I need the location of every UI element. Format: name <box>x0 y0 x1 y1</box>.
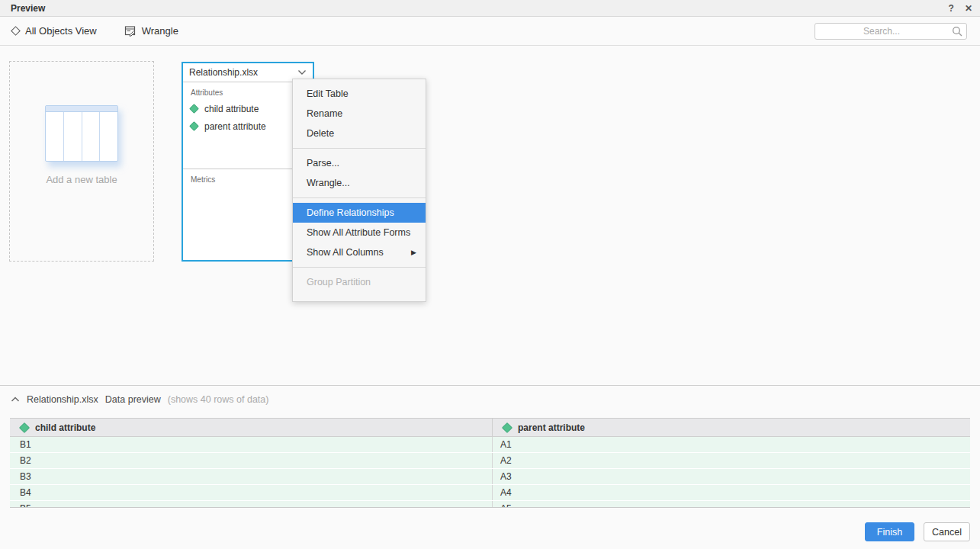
table-row: B2A2 <box>10 453 970 469</box>
menu-item-label: Parse... <box>307 158 339 169</box>
window-title: Preview <box>11 3 45 14</box>
attribute-label: child attribute <box>204 104 259 114</box>
menu-group: Edit TableRenameDelete <box>293 79 426 148</box>
search-icon[interactable] <box>948 26 966 37</box>
column-header-child-attribute[interactable]: child attribute <box>10 419 493 436</box>
table-cell: B2 <box>10 453 493 468</box>
data-preview-header: Relationship.xlsx Data preview (shows 40… <box>11 394 268 405</box>
table-icon <box>45 105 118 162</box>
preview-rows-note: (shows 40 rows of data) <box>168 394 269 405</box>
table-cell: A2 <box>493 453 970 468</box>
cancel-button[interactable]: Cancel <box>924 522 970 541</box>
diamond-outline-icon <box>11 26 21 36</box>
canvas: Add a new table Relationship.xlsx Attrib… <box>0 46 980 385</box>
attribute-label: parent attribute <box>204 121 266 132</box>
add-table-dropzone[interactable]: Add a new table <box>9 61 154 262</box>
table-context-menu: Edit TableRenameDeleteParse...Wrangle...… <box>292 79 426 302</box>
data-table-body: B1A1B2A2B3A3B4A4B5A5 <box>10 437 970 508</box>
column-header-label: child attribute <box>35 422 95 433</box>
attribute-icon <box>189 104 199 114</box>
table-row: B1A1 <box>10 437 970 453</box>
data-preview-panel: Relationship.xlsx Data preview (shows 40… <box>0 386 980 549</box>
menu-item-rename[interactable]: Rename <box>293 104 426 124</box>
table-row: B4A4 <box>10 485 970 501</box>
menu-group: Parse...Wrangle... <box>293 148 426 197</box>
menu-item-delete[interactable]: Delete <box>293 124 426 143</box>
menu-item-label: Group Partition <box>307 277 371 287</box>
search-box <box>815 23 967 40</box>
table-card-title: Relationship.xlsx <box>189 67 258 78</box>
wrangle-label: Wrangle <box>142 25 178 37</box>
menu-item-label: Wrangle... <box>307 178 350 188</box>
menu-item-label: Edit Table <box>307 88 349 99</box>
attribute-icon <box>189 121 199 131</box>
menu-item-label: Show All Attribute Forms <box>307 227 410 238</box>
all-objects-view-label: All Objects View <box>25 25 97 37</box>
search-input[interactable] <box>815 24 948 39</box>
data-table-header-row: child attributeparent attribute <box>10 419 970 437</box>
menu-item-wrangle[interactable]: Wrangle... <box>293 173 426 193</box>
menu-item-label: Delete <box>307 128 334 139</box>
menu-group: Define RelationshipsShow All Attribute F… <box>293 197 426 267</box>
all-objects-view-button[interactable]: All Objects View <box>12 25 97 37</box>
table-row: B3A3 <box>10 469 970 485</box>
menu-item-label: Define Relationships <box>307 207 394 218</box>
toolbar: All Objects View Wrangle <box>0 17 980 46</box>
menu-item-group-partition: Group Partition <box>293 272 426 292</box>
chevron-up-icon <box>11 396 20 403</box>
add-table-label: Add a new table <box>46 174 117 185</box>
column-header-label: parent attribute <box>518 422 585 433</box>
data-preview-table: child attributeparent attribute B1A1B2A2… <box>10 418 970 508</box>
menu-item-label: Show All Columns <box>307 247 384 258</box>
submenu-arrow-icon: ▶ <box>411 242 416 262</box>
menu-item-edit-table[interactable]: Edit Table <box>293 84 426 104</box>
table-cell: B1 <box>10 437 493 452</box>
menu-item-show-all-columns[interactable]: Show All Columns▶ <box>293 242 426 262</box>
help-icon[interactable]: ? <box>949 0 954 17</box>
menu-group: Group Partition <box>293 267 426 301</box>
table-cell: A4 <box>493 485 970 500</box>
column-header-parent-attribute[interactable]: parent attribute <box>493 419 970 436</box>
table-cell: A1 <box>493 437 970 452</box>
attribute-icon <box>19 422 30 432</box>
preview-window: Preview ? ✕ All Objects View Wrangle <box>0 0 980 549</box>
table-row: B5A5 <box>10 501 970 508</box>
table-cell: B4 <box>10 485 493 500</box>
wrangle-button[interactable]: Wrangle <box>124 25 178 37</box>
titlebar-icons: ? ✕ <box>949 0 972 17</box>
table-cell: B5 <box>10 501 493 508</box>
collapse-preview-button[interactable] <box>11 396 20 403</box>
table-cell: A5 <box>493 501 970 508</box>
menu-item-show-all-attribute-forms[interactable]: Show All Attribute Forms <box>293 223 426 242</box>
preview-section-label: Data preview <box>105 394 161 405</box>
close-icon[interactable]: ✕ <box>965 0 972 17</box>
menu-item-parse[interactable]: Parse... <box>293 153 426 173</box>
preview-table-name: Relationship.xlsx <box>27 394 98 405</box>
finish-button[interactable]: Finish <box>865 522 914 541</box>
table-cell: A3 <box>493 469 970 484</box>
chevron-down-icon <box>297 69 307 75</box>
wrangle-icon <box>124 25 136 37</box>
menu-item-define-relationships[interactable]: Define Relationships <box>293 203 426 223</box>
title-bar: Preview ? ✕ <box>0 0 980 17</box>
table-cell: B3 <box>10 469 493 484</box>
attribute-icon <box>502 422 512 432</box>
menu-item-label: Rename <box>307 108 342 119</box>
